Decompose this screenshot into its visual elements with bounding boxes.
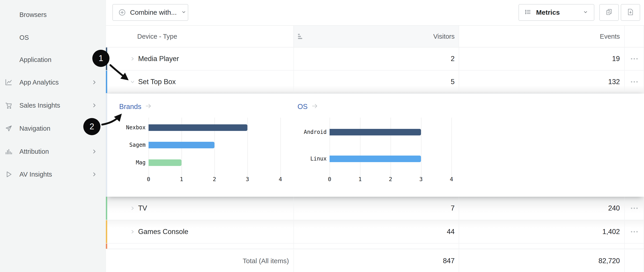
sidebar-item-attribution[interactable]: Attribution — [0, 145, 106, 158]
arrow-right-icon — [145, 103, 152, 111]
row-color-indicator — [106, 71, 107, 93]
x-axis-tick-label: 2 — [206, 176, 224, 183]
copy-table-button[interactable] — [599, 4, 619, 21]
chevron-down-icon — [582, 9, 588, 16]
total-row: Total (All items) 847 82,720 — [106, 250, 644, 272]
chart-gridline — [360, 117, 360, 176]
line-chart-icon — [4, 78, 13, 86]
x-axis-tick-label: 4 — [271, 176, 290, 183]
annotation-badge-2: 2 — [83, 118, 100, 135]
sort-icon — [298, 34, 302, 39]
row-expand-chevron-icon[interactable] — [130, 56, 136, 62]
sidebar-item-browsers[interactable]: Browsers — [0, 8, 106, 21]
table-row-media-player[interactable]: Media Player 2 19 — [106, 48, 644, 71]
combine-with-label: Combine with... — [130, 9, 177, 16]
x-axis-tick-label: 3 — [238, 176, 256, 183]
chart-gridline — [421, 117, 422, 176]
total-events: 82,720 — [459, 250, 624, 272]
row-collapse-chevron-icon[interactable] — [130, 79, 136, 85]
x-axis-tick-label: 3 — [412, 176, 430, 183]
plus-circle-icon — [118, 8, 126, 17]
cart-icon — [4, 101, 13, 109]
ellipsis-icon — [631, 58, 638, 59]
export-button[interactable] — [621, 4, 640, 21]
play-icon — [4, 170, 13, 178]
row-color-indicator — [106, 243, 107, 249]
chart-gridline — [390, 117, 391, 176]
metrics-label: Metrics — [536, 9, 560, 16]
table-row-games-console[interactable]: Games Console 44 1,402 — [106, 220, 644, 243]
metrics-dropdown[interactable]: Metrics — [518, 4, 594, 21]
sidebar-item-sales-insights[interactable]: Sales Insights — [0, 99, 106, 112]
column-header-events[interactable]: Events — [459, 26, 624, 47]
chevron-right-icon — [91, 148, 98, 155]
sidebar-item-application[interactable]: Application — [0, 53, 106, 66]
chart-gridline — [248, 117, 248, 176]
column-header-device-type[interactable]: Device - Type — [106, 26, 294, 47]
chevron-right-icon — [91, 171, 98, 178]
row-actions-button[interactable] — [624, 71, 644, 93]
row-expand-chevron-icon[interactable] — [130, 205, 136, 211]
list-icon — [524, 8, 532, 17]
row-actions-button[interactable] — [624, 197, 644, 220]
brands-link[interactable]: Brands — [119, 103, 152, 111]
row-color-indicator — [106, 220, 107, 243]
chart-gridline — [280, 117, 281, 176]
chevron-down-icon — [181, 9, 187, 16]
clipboard-copy-icon — [605, 8, 613, 17]
chart-gridline — [330, 117, 330, 176]
sidebar-item-os[interactable]: OS — [0, 31, 106, 44]
ellipsis-icon — [631, 208, 638, 209]
x-axis-tick-label: 0 — [320, 176, 338, 183]
ellipsis-icon — [631, 81, 638, 83]
x-axis-tick-label: 4 — [442, 176, 460, 183]
bar-chart-icon — [4, 148, 13, 156]
sidebar: Browsers OS Application App Analytics Sa… — [0, 0, 106, 272]
arrow-right-icon — [311, 103, 318, 111]
chart-category-label: Linux — [272, 156, 327, 162]
chevron-right-icon — [91, 102, 98, 108]
x-axis-tick-label: 1 — [351, 176, 369, 183]
column-header-actions — [624, 26, 644, 47]
combine-with-button[interactable]: Combine with... — [112, 4, 188, 21]
chart-bar-sagem[interactable] — [148, 142, 214, 148]
x-axis-tick-label: 1 — [172, 176, 190, 183]
x-axis-tick-label: 0 — [140, 176, 158, 183]
row-color-indicator — [106, 197, 107, 220]
total-label: Total (All items) — [106, 250, 294, 272]
x-axis-tick-label: 2 — [382, 176, 400, 183]
table-header: Device - Type Visitors Events — [106, 25, 644, 48]
sidebar-item-av-insights[interactable]: AV Insights — [0, 168, 106, 181]
row-actions-button[interactable] — [624, 48, 644, 70]
chart-bar-nexbox[interactable] — [148, 124, 248, 131]
table-row-set-top-box[interactable]: Set Top Box 5 132 — [106, 71, 644, 94]
sidebar-item-app-analytics[interactable]: App Analytics — [0, 76, 106, 89]
paper-plane-icon — [4, 124, 13, 132]
os-link[interactable]: OS — [298, 103, 318, 111]
column-header-visitors[interactable]: Visitors — [294, 26, 459, 47]
row-actions-button[interactable] — [624, 220, 644, 243]
annotation-badge-1: 1 — [92, 50, 110, 67]
chart-bar-android[interactable] — [330, 129, 421, 135]
chart-bar-linux[interactable] — [330, 156, 421, 162]
chart-bar-mag[interactable] — [148, 159, 182, 166]
total-visitors: 847 — [294, 250, 459, 272]
partial-table-row[interactable] — [106, 243, 644, 249]
ellipsis-icon — [631, 231, 638, 232]
file-download-icon — [626, 8, 634, 17]
analytics-dashboard: Browsers OS Application App Analytics Sa… — [0, 0, 644, 272]
table-row-tv[interactable]: TV 7 240 — [106, 197, 644, 220]
chart-gridline — [452, 117, 452, 176]
row-expand-chevron-icon[interactable] — [130, 229, 136, 235]
chart-category-label: Android — [272, 129, 327, 135]
chevron-right-icon — [91, 79, 98, 85]
drilldown-panel: Brands01234NexboxSagemMagOS01234AndroidL… — [106, 94, 644, 197]
